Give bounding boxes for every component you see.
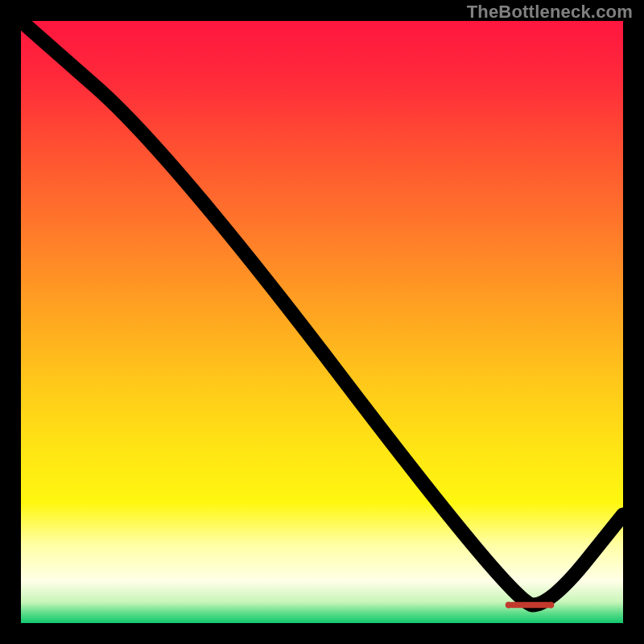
optimal-range-dot-start	[506, 601, 512, 608]
chart-stage: TheBottleneck.com	[0, 0, 644, 644]
optimal-range-marker	[509, 602, 551, 608]
plot-area	[21, 21, 623, 623]
curve-layer	[21, 21, 623, 623]
bottleneck-curve	[21, 21, 623, 605]
optimal-range-dot-end	[547, 601, 554, 608]
watermark-attribution: TheBottleneck.com	[467, 2, 633, 23]
